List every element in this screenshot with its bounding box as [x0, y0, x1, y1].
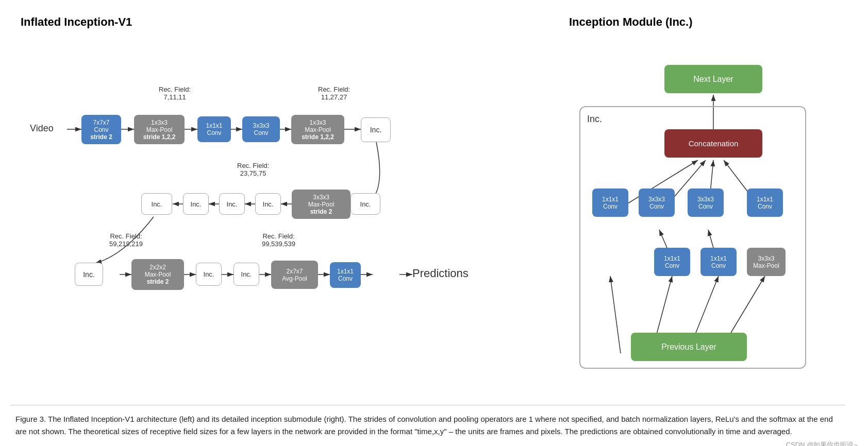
- right-diagram: Inception Module (Inc.): [559, 10, 858, 389]
- node-1x1x1-final: 1x1x1 Conv: [330, 262, 361, 288]
- rec-field-2: Rec. Field: 11,27,27: [318, 85, 350, 101]
- inc-r3-1: Inc.: [75, 263, 103, 286]
- node-m4-3x3: 3x3x3 Max-Pool: [747, 248, 786, 276]
- left-title: Inflated Inception-V1: [21, 15, 538, 29]
- inc-r2-1: Inc.: [141, 193, 172, 215]
- inc-r3-2: Inc.: [196, 263, 222, 286]
- predictions-label: Predictions: [412, 267, 469, 280]
- inception-module-box: Inc. Next Layer Concatenation 1x1x1 Conv: [569, 34, 847, 384]
- inc-r2-4: Inc.: [255, 193, 281, 215]
- node-7x7x7-conv: 7x7x7 Conv stride 2: [81, 115, 121, 144]
- inc-module-label: Inc.: [587, 114, 602, 125]
- node-maxpool4: 2x2x2 Max-Pool stride 2: [131, 259, 184, 290]
- node-maxpool2: 1x3x3 Max-Pool stride 1,2,2: [291, 115, 344, 144]
- node-r3-3x3: 3x3x3 Conv: [688, 188, 724, 217]
- node-avgpool: 2x7x7 Avg-Pool: [271, 261, 318, 289]
- node-1x1x1-conv: 1x1x1 Conv: [197, 116, 231, 142]
- rec-field-3: Rec. Field: 23,75,75: [237, 162, 269, 177]
- diagrams-row: Inflated Inception-V1: [10, 10, 858, 389]
- left-diagram: Inflated Inception-V1: [10, 10, 548, 389]
- node-maxpool3: 3x3x3 Max-Pool stride 2: [292, 190, 350, 219]
- node-r1-1x1: 1x1x1 Conv: [592, 188, 628, 217]
- network-diagram: Video 7x7x7 Conv stride 2 1x3x3 Max-Pool…: [21, 34, 538, 322]
- inc-r2-3: Inc.: [219, 193, 245, 215]
- node-next-layer: Next Layer: [664, 65, 762, 93]
- inc-top-right: Inc.: [361, 117, 391, 142]
- rec-field-1: Rec. Field: 7,11,11: [159, 85, 191, 101]
- inc-r2-5: Inc.: [350, 193, 380, 215]
- node-r2-3x3: 3x3x3 Conv: [639, 188, 675, 217]
- video-label: Video: [30, 123, 54, 134]
- figure-caption: Figure 3. The Inflated Inception-V1 arch…: [10, 405, 845, 438]
- node-r4-1x1: 1x1x1 Conv: [747, 188, 783, 217]
- watermark: CSDN @如果你也听说~: [10, 440, 858, 446]
- node-concatenation: Concatenation: [664, 129, 762, 158]
- main-container: Inflated Inception-V1: [10, 10, 858, 446]
- node-m2-1x1: 1x1x1 Conv: [654, 248, 690, 276]
- node-3x3x3-conv: 3x3x3 Conv: [242, 116, 280, 142]
- inc-r2-2: Inc.: [183, 193, 209, 215]
- rec-field-4: Rec. Field: 59,219,219: [109, 232, 143, 248]
- node-prev-layer: Previous Layer: [631, 333, 747, 361]
- node-m3-1x1: 1x1x1 Conv: [700, 248, 737, 276]
- rec-field-5: Rec. Field: 99,539,539: [262, 232, 295, 248]
- node-maxpool1: 1x3x3 Max-Pool stride 1,2,2: [134, 115, 185, 144]
- right-title: Inception Module (Inc.): [569, 15, 847, 29]
- inc-r3-3: Inc.: [233, 263, 259, 286]
